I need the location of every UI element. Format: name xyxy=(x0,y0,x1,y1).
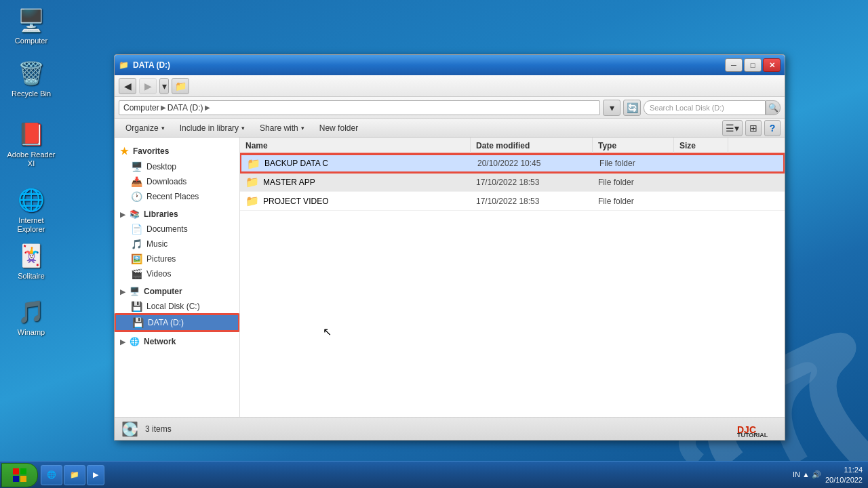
ie-label: Internet Explorer xyxy=(7,216,56,234)
new-folder-button[interactable]: New folder xyxy=(313,121,365,135)
desktop-icon-adobe[interactable]: 📕 Adobe Reader XI xyxy=(7,121,56,168)
sidebar: ★ Favorites 🖥️ Desktop 📥 Downloads 🕐 Rec… xyxy=(115,138,240,417)
adobe-icon: 📕 xyxy=(18,121,45,148)
libraries-section: ▶ 📚 Libraries 📄 Documents 🎵 Music 🖼️ xyxy=(115,207,239,281)
data-d-icon: 💾 xyxy=(132,317,144,328)
sidebar-item-local-disk-c[interactable]: 💾 Local Disk (C:) xyxy=(115,299,239,314)
col-header-date[interactable]: Date modified xyxy=(471,138,593,153)
downloads-sidebar-label: Downloads xyxy=(146,177,186,186)
computer-header[interactable]: ▶ 🖥️ Computer xyxy=(115,284,239,299)
back-button[interactable]: ◀ xyxy=(119,78,136,94)
minimize-button[interactable]: ─ xyxy=(725,58,743,72)
network-sidebar-icon: 🌐 xyxy=(130,337,140,346)
include-library-arrow: ▾ xyxy=(241,125,245,131)
file-name-backup: 📁 BACKUP DATA C xyxy=(241,155,472,171)
folder-icon-backup: 📁 xyxy=(247,157,260,170)
libraries-header[interactable]: ▶ 📚 Libraries xyxy=(115,207,239,222)
navigation-toolbar: ◀ ▶ ▾ 📁 xyxy=(115,75,785,97)
breadcrumb-data-d[interactable]: DATA (D:) xyxy=(167,103,203,113)
pictures-sidebar-label: Pictures xyxy=(146,254,176,264)
share-with-label: Share with xyxy=(260,123,298,133)
tray-text: IN ▲ 🔊 xyxy=(793,470,821,479)
include-library-menu[interactable]: Include in library ▾ xyxy=(173,121,252,135)
sidebar-item-videos[interactable]: 🎬 Videos xyxy=(115,266,239,281)
clock: 11:24 20/10/2022 xyxy=(825,465,863,485)
sidebar-item-pictures[interactable]: 🖼️ Pictures xyxy=(115,251,239,266)
col-header-type[interactable]: Type xyxy=(593,138,674,153)
up-button[interactable]: 📁 xyxy=(172,78,189,94)
folder-icon-project: 📁 xyxy=(245,195,259,207)
help-btn[interactable]: ? xyxy=(764,120,781,136)
desktop-icon-solitaire[interactable]: 🃏 Solitaire xyxy=(7,242,56,281)
maximize-button[interactable]: □ xyxy=(744,58,762,72)
file-date-project: 17/10/2022 18:53 xyxy=(471,192,593,210)
network-header[interactable]: ▶ 🌐 Network xyxy=(115,334,239,349)
refresh-btn[interactable]: 🔄 xyxy=(623,100,641,116)
col-header-name[interactable]: Name xyxy=(240,138,471,153)
organize-arrow: ▾ xyxy=(161,125,165,131)
music-sidebar-icon: 🎵 xyxy=(131,239,142,249)
videos-sidebar-label: Videos xyxy=(146,269,171,279)
sidebar-item-data-d[interactable]: 💾 DATA (D:) xyxy=(115,314,239,331)
file-date-backup: 20/10/2022 10:45 xyxy=(472,155,594,171)
file-type-master: File folder xyxy=(593,173,674,191)
recycle-bin-icon: 🗑️ xyxy=(18,60,45,87)
file-row-master[interactable]: 📁 MASTER APP 17/10/2022 18:53 File folde… xyxy=(240,173,785,192)
title-bar-controls: ─ □ ✕ xyxy=(725,58,781,72)
address-input[interactable]: Computer ▶ DATA (D:) ▶ xyxy=(119,100,600,115)
breadcrumb: Computer ▶ DATA (D:) ▶ xyxy=(123,103,210,113)
file-list-header: Name Date modified Type Size xyxy=(240,138,785,154)
djc-logo: DJC TUTORIAL xyxy=(737,421,778,437)
sidebar-item-desktop[interactable]: 🖥️ Desktop xyxy=(115,159,239,174)
address-bar: Computer ▶ DATA (D:) ▶ ▾ 🔄 Search Local … xyxy=(115,97,785,119)
music-sidebar-label: Music xyxy=(146,239,167,249)
sidebar-item-documents[interactable]: 📄 Documents xyxy=(115,222,239,237)
taskbar-ie[interactable]: 🌐 xyxy=(41,465,62,485)
preview-pane-btn[interactable]: ⊞ xyxy=(745,120,762,136)
main-content: ★ Favorites 🖥️ Desktop 📥 Downloads 🕐 Rec… xyxy=(115,138,785,417)
desktop-icon-computer[interactable]: 🖥️ Computer xyxy=(7,7,56,45)
breadcrumb-computer[interactable]: Computer xyxy=(123,103,159,113)
file-row-project[interactable]: 📁 PROJECT VIDEO 17/10/2022 18:53 File fo… xyxy=(240,192,785,211)
favorites-header[interactable]: ★ Favorites xyxy=(115,143,239,159)
status-bar: 💽 3 items DJC TUTORIAL xyxy=(115,417,785,440)
desktop-icon-winamp[interactable]: 🎵 Winamp xyxy=(7,298,56,337)
dropdown-button[interactable]: ▾ xyxy=(159,78,169,94)
forward-button[interactable]: ▶ xyxy=(139,78,157,94)
address-dropdown-btn[interactable]: ▾ xyxy=(603,100,620,116)
sidebar-item-downloads[interactable]: 📥 Downloads xyxy=(115,174,239,189)
file-size-master xyxy=(674,173,728,191)
file-name-backup-label: BACKUP DATA C xyxy=(264,159,328,168)
network-label: Network xyxy=(144,337,176,346)
desktop-icon-ie[interactable]: 🌐 Internet Explorer xyxy=(7,186,56,234)
taskbar-explorer[interactable]: 📁 xyxy=(64,465,85,485)
search-box[interactable]: Search Local Disk (D:) xyxy=(644,100,766,115)
computer-section: ▶ 🖥️ Computer 💾 Local Disk (C:) 💾 DATA (… xyxy=(115,284,239,331)
view-details-btn[interactable]: ☰▾ xyxy=(722,120,743,136)
new-folder-label: New folder xyxy=(319,123,358,133)
taskbar: 🌐 📁 ▶ IN ▲ 🔊 11:24 20/10/2022 xyxy=(0,461,868,488)
file-row-backup[interactable]: 📁 BACKUP DATA C 20/10/2022 10:45 File fo… xyxy=(240,154,785,173)
close-button[interactable]: ✕ xyxy=(763,58,781,72)
start-button[interactable] xyxy=(1,463,38,487)
favorites-section: ★ Favorites 🖥️ Desktop 📥 Downloads 🕐 Rec… xyxy=(115,143,239,204)
col-date-label: Date modified xyxy=(476,141,530,150)
organize-label: Organize xyxy=(125,123,159,133)
desktop-icon-recycle-bin[interactable]: 🗑️ Recycle Bin xyxy=(7,60,56,98)
file-date-master: 17/10/2022 18:53 xyxy=(471,173,593,191)
organize-menu[interactable]: Organize ▾ xyxy=(119,121,172,135)
search-placeholder: Search Local Disk (D:) xyxy=(650,104,724,112)
taskbar-player[interactable]: ▶ xyxy=(87,465,104,485)
status-disk-icon: 💽 xyxy=(121,421,138,437)
desktop-sidebar-label: Desktop xyxy=(146,162,176,171)
col-header-size[interactable]: Size xyxy=(674,138,728,153)
file-name-project-label: PROJECT VIDEO xyxy=(263,197,328,206)
sidebar-item-music[interactable]: 🎵 Music xyxy=(115,237,239,251)
recycle-bin-label: Recycle Bin xyxy=(12,89,51,98)
sidebar-item-recent[interactable]: 🕐 Recent Places xyxy=(115,189,239,204)
desktop: 🖥️ Computer 🗑️ Recycle Bin 📕 Adobe Reade… xyxy=(0,0,868,488)
clock-time: 11:24 xyxy=(825,465,863,474)
search-button[interactable]: 🔍 xyxy=(766,100,781,115)
libraries-arrow: ▶ xyxy=(120,211,125,218)
share-with-menu[interactable]: Share with ▾ xyxy=(253,121,311,135)
